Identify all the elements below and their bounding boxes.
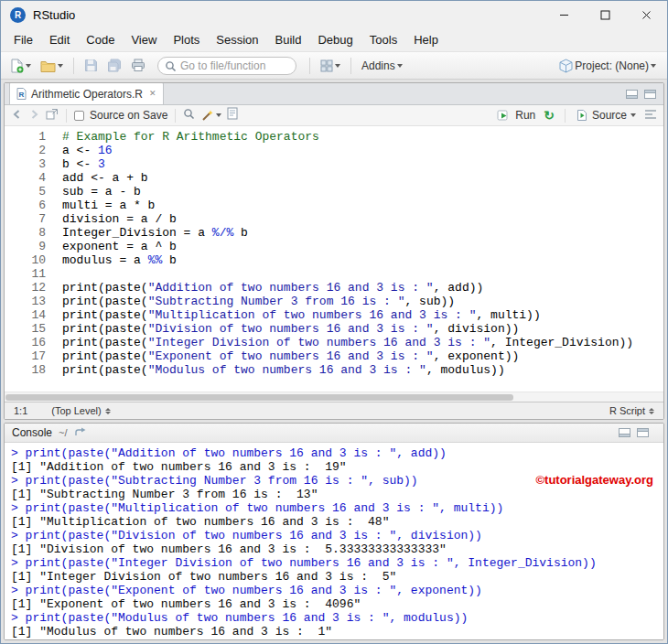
code-line[interactable]: division = a / b — [62, 212, 633, 226]
code-line[interactable]: multi = a * b — [62, 199, 633, 212]
show-in-new-window-button[interactable] — [46, 107, 59, 123]
maximize-pane-icon — [644, 90, 656, 99]
menu-item-file[interactable]: File — [5, 30, 41, 49]
line-number: 10 — [5, 253, 46, 267]
chevron-down-icon — [651, 64, 656, 68]
find-replace-button[interactable] — [183, 107, 195, 123]
code-lines: # Example for R Arithmetic Operatorsa <-… — [46, 130, 633, 392]
forward-arrow-icon — [28, 109, 40, 120]
line-number: 4 — [5, 171, 46, 185]
open-file-button[interactable] — [38, 58, 66, 74]
code-line[interactable]: print(paste("Exponent of two numbers 16 … — [62, 349, 633, 363]
r-file-icon: R — [16, 88, 27, 100]
code-line[interactable]: add <- a + b — [62, 171, 633, 185]
save-all-button[interactable] — [104, 57, 124, 74]
line-number: 2 — [5, 144, 46, 157]
code-line[interactable]: modulus = a %% b — [62, 253, 633, 267]
updown-icon — [649, 408, 654, 414]
code-line[interactable]: print(paste("Modulus of two numbers 16 a… — [62, 363, 633, 377]
run-button[interactable]: Run — [497, 109, 535, 122]
line-number: 17 — [5, 349, 46, 363]
menu-item-edit[interactable]: Edit — [41, 30, 78, 49]
workspace: R Arithmetic Operators.R ✕ — [1, 80, 667, 643]
toolbar-separator — [565, 109, 566, 123]
code-line[interactable]: a <- 16 — [62, 144, 633, 157]
horizontal-scrollbar[interactable] — [5, 392, 663, 402]
minimize-pane-icon — [619, 428, 630, 437]
document-outline-button[interactable] — [644, 107, 657, 123]
menu-item-plots[interactable]: Plots — [165, 30, 208, 49]
search-icon — [165, 60, 177, 72]
rerun-button[interactable]: ↻ — [544, 109, 555, 122]
minimize-button[interactable] — [544, 1, 585, 28]
maximize-pane-button[interactable] — [637, 424, 649, 441]
code-tools-button[interactable] — [200, 109, 221, 122]
menu-item-session[interactable]: Session — [208, 30, 266, 49]
back-arrow-icon — [11, 109, 23, 120]
minimize-icon — [559, 10, 569, 20]
goto-file-input[interactable] — [157, 57, 296, 75]
addins-button[interactable]: Addins — [359, 58, 405, 74]
menu-item-debug[interactable]: Debug — [309, 30, 361, 49]
pane-layout-button[interactable] — [318, 58, 343, 74]
search-icon — [183, 108, 195, 120]
maximize-pane-button[interactable] — [644, 86, 656, 102]
maximize-button[interactable] — [585, 1, 626, 28]
back-button[interactable] — [11, 107, 23, 123]
toolbar-separator — [350, 58, 351, 74]
code-line[interactable] — [62, 267, 633, 281]
console-tab-label[interactable]: Console — [12, 426, 52, 439]
code-line[interactable]: sub = a - b — [62, 185, 633, 199]
menu-item-help[interactable]: Help — [405, 30, 447, 49]
code-line[interactable]: print(paste("Integer Division of two num… — [62, 336, 633, 349]
line-number: 7 — [5, 212, 46, 226]
scope-selector[interactable]: (Top Level) — [51, 405, 110, 416]
menu-item-build[interactable]: Build — [267, 30, 310, 49]
source-on-save-checkbox[interactable] — [74, 111, 84, 121]
tab-close-icon[interactable]: ✕ — [149, 90, 156, 98]
code-line[interactable]: b <- 3 — [62, 157, 633, 171]
line-number: 18 — [5, 363, 46, 377]
code-line[interactable]: print(paste("Addition of two numbers 16 … — [62, 281, 633, 295]
console-input-line: > print(paste("Modulus of two numbers 16… — [11, 611, 663, 625]
menu-item-code[interactable]: Code — [78, 30, 123, 49]
compile-report-button[interactable] — [227, 107, 238, 123]
console-input-line: > print(paste("Multiplication of two num… — [11, 501, 663, 515]
close-button[interactable] — [626, 1, 667, 28]
minimize-pane-button[interactable] — [619, 424, 630, 441]
report-icon — [227, 107, 238, 120]
goto-directory-icon — [74, 427, 86, 437]
magic-wand-icon — [200, 109, 214, 122]
code-line[interactable]: print(paste("Multiplication of two numbe… — [62, 308, 633, 322]
line-number-gutter: 123456789101112131415161718 — [5, 130, 46, 392]
code-editor[interactable]: 123456789101112131415161718 # Example fo… — [5, 126, 663, 392]
chevron-down-icon — [216, 113, 221, 117]
minimize-pane-button[interactable] — [626, 86, 638, 102]
watermark: ©tutorialgateway.org — [535, 473, 653, 487]
console-output-area[interactable]: > print(paste("Addition of two numbers 1… — [5, 443, 663, 639]
popout-icon — [46, 108, 59, 120]
filetype-selector[interactable]: R Script — [609, 405, 654, 416]
print-button[interactable] — [128, 57, 148, 74]
line-number: 8 — [5, 226, 46, 240]
code-line[interactable]: print(paste("Subtracting Number 3 from 1… — [62, 295, 633, 308]
outline-icon — [644, 109, 657, 120]
code-line[interactable]: exponent = a ^ b — [62, 240, 633, 253]
project-button[interactable]: Project: (None) — [556, 57, 659, 75]
project-label: Project: (None) — [575, 59, 649, 72]
tab-arithmetic-operators[interactable]: R Arithmetic Operators.R ✕ — [9, 82, 164, 104]
goto-directory-button[interactable] — [74, 424, 86, 441]
menu-item-tools[interactable]: Tools — [361, 30, 405, 49]
save-button[interactable] — [81, 57, 101, 74]
code-line[interactable]: print(paste("Division of two numbers 16 … — [62, 322, 633, 336]
source-button[interactable]: Source — [576, 109, 636, 122]
new-file-button[interactable] — [7, 57, 34, 75]
code-line[interactable]: # Example for R Arithmetic Operators — [62, 130, 633, 144]
menu-item-view[interactable]: View — [123, 30, 165, 49]
scrollbar-thumb[interactable] — [5, 394, 513, 401]
project-cube-icon — [559, 59, 573, 73]
line-number: 13 — [5, 295, 46, 308]
code-line[interactable]: Integer_Division = a %/% b — [62, 226, 633, 240]
forward-button[interactable] — [28, 107, 40, 123]
line-number: 15 — [5, 322, 46, 336]
